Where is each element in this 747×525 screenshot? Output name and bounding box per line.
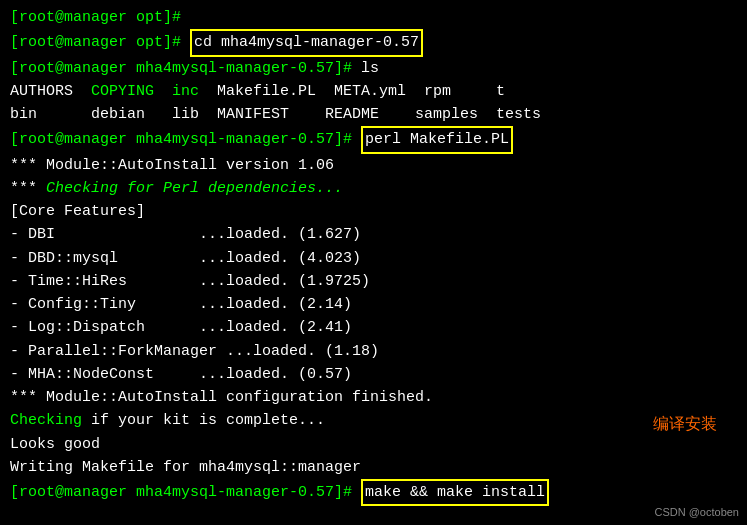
terminal-ls-line-2: bin debian lib MANIFEST README samples t… — [10, 103, 737, 126]
terminal-log: - Log::Dispatch ...loaded. (2.41) — [10, 316, 737, 339]
prompt-3: [root@manager mha4mysql-manager-0.57]# — [10, 57, 352, 80]
terminal-checking-perl: *** Checking for Perl dependencies... — [10, 177, 737, 200]
looks-good-text: Looks good — [10, 433, 100, 456]
config-text: - Config::Tiny ...loaded. (2.14) — [10, 293, 352, 316]
dbd-text: - DBD::mysql ...loaded. (4.023) — [10, 247, 361, 270]
cmd-perl-highlight: perl Makefile.PL — [361, 126, 513, 153]
terminal-dbd: - DBD::mysql ...loaded. (4.023) — [10, 247, 737, 270]
ls-output-2: bin debian lib MANIFEST README samples t… — [10, 103, 541, 126]
terminal-ls-line-1: AUTHORS COPYING inc Makefile.PL META.yml… — [10, 80, 737, 103]
terminal-parallel: - Parallel::ForkManager ...loaded. (1.18… — [10, 340, 737, 363]
terminal-timehires: - Time::HiRes ...loaded. (1.9725) — [10, 270, 737, 293]
prompt-5: [root@manager mha4mysql-manager-0.57]# — [10, 128, 352, 151]
terminal-line-20: [root@manager mha4mysql-manager-0.57]# m… — [10, 479, 737, 506]
prompt-20: [root@manager mha4mysql-manager-0.57]# — [10, 481, 352, 504]
terminal-checking-kit: Checking if your kit is complete... — [10, 409, 737, 432]
terminal-line-1: [root@manager opt]# — [10, 6, 737, 29]
config-finished-text: *** Module::AutoInstall configuration fi… — [10, 386, 433, 409]
cmd-perl — [352, 128, 361, 151]
core-features-text: [Core Features] — [10, 200, 145, 223]
terminal-line-2: [root@manager opt]# cd mha4mysql-manager… — [10, 29, 737, 56]
log-text: - Log::Dispatch ...loaded. (2.41) — [10, 316, 352, 339]
cmd-cd-highlight: cd mha4mysql-manager-0.57 — [190, 29, 423, 56]
dbi-text: - DBI ...loaded. (1.627) — [10, 223, 361, 246]
terminal-line-5: [root@manager mha4mysql-manager-0.57]# p… — [10, 126, 737, 153]
terminal-autoinstall: *** Module::AutoInstall version 1.06 — [10, 154, 737, 177]
checking-perl-text: *** Checking for Perl dependencies... — [10, 177, 343, 200]
terminal-line-3: [root@manager mha4mysql-manager-0.57]# l… — [10, 57, 737, 80]
watermark: CSDN @octoben — [654, 504, 739, 521]
mha-text: - MHA::NodeConst ...loaded. (0.57) — [10, 363, 352, 386]
terminal-config: - Config::Tiny ...loaded. (2.14) — [10, 293, 737, 316]
terminal-dbi: - DBI ...loaded. (1.627) — [10, 223, 737, 246]
timehires-text: - Time::HiRes ...loaded. (1.9725) — [10, 270, 370, 293]
cmd-make — [352, 481, 361, 504]
terminal-looks-good: Looks good — [10, 433, 737, 456]
autoinstall-text: *** Module::AutoInstall version 1.06 — [10, 154, 334, 177]
chinese-annotation: 编译安装 — [653, 412, 717, 437]
checking-keyword: Checking — [10, 409, 82, 432]
checking-rest: if your kit is complete... — [82, 409, 325, 432]
terminal-mha: - MHA::NodeConst ...loaded. (0.57) — [10, 363, 737, 386]
cmd-make-highlight: make && make install — [361, 479, 549, 506]
terminal-config-finished: *** Module::AutoInstall configuration fi… — [10, 386, 737, 409]
terminal-core-features: [Core Features] — [10, 200, 737, 223]
cmd-ls: ls — [352, 57, 379, 80]
prompt-1: [root@manager opt]# — [10, 6, 181, 29]
writing-makefile-text: Writing Makefile for mha4mysql::manager — [10, 456, 361, 479]
terminal-window: [root@manager opt]# [root@manager opt]# … — [0, 0, 747, 525]
ls-output-1: AUTHORS COPYING inc Makefile.PL META.yml… — [10, 80, 505, 103]
terminal-writing-makefile: Writing Makefile for mha4mysql::manager — [10, 456, 737, 479]
prompt-2: [root@manager opt]# — [10, 31, 181, 54]
cmd-cd — [181, 31, 190, 54]
parallel-text: - Parallel::ForkManager ...loaded. (1.18… — [10, 340, 379, 363]
